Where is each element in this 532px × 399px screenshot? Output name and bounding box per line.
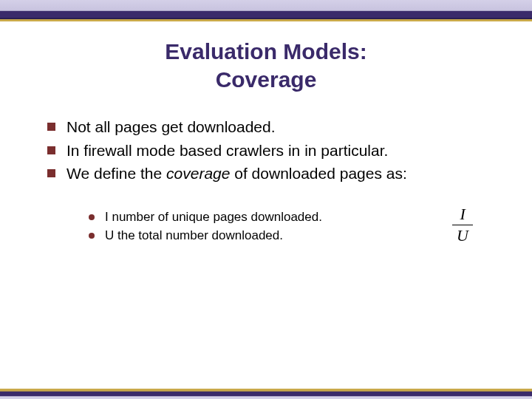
sub-block: I number of unique pages downloaded. U t… [89,208,502,245]
bullet-text: Not all pages get downloaded. [66,118,276,135]
square-bullet-icon [47,146,55,154]
fraction-denominator: U [452,227,473,245]
gold-accent-line [0,19,532,21]
list-item: U the total number downloaded. [89,226,502,245]
dot-bullet-icon [89,233,95,239]
slide-title: Evaluation Models: Coverage [0,38,532,93]
top-decor-bar [0,0,532,19]
list-item: In firewall mode based crawlers in in pa… [47,139,502,163]
bullet-text-em: coverage [166,165,230,182]
fraction-numerator: I [452,205,473,223]
coverage-fraction: I U [452,205,473,245]
sub-bullet-text: I number of unique pages downloaded. [105,210,322,224]
dot-bullet-icon [89,214,95,220]
main-bullet-list: Not all pages get downloaded. In firewal… [47,115,502,185]
bullet-text-pre: We define the [66,165,166,182]
title-line-2: Coverage [0,66,532,94]
bullet-text-post: of downloaded pages as: [230,165,406,182]
sub-bullet-text: U the total number downloaded. [105,228,283,242]
square-bullet-icon [47,123,55,131]
fraction-bar [452,225,473,225]
list-item: Not all pages get downloaded. [47,115,502,139]
bottom-decor-bar [0,389,532,399]
title-line-1: Evaluation Models: [0,38,532,66]
sub-bullet-list: I number of unique pages downloaded. U t… [89,208,502,245]
list-item: I number of unique pages downloaded. [89,208,502,227]
bullet-text: In firewall mode based crawlers in in pa… [66,142,388,159]
square-bullet-icon [47,169,55,177]
list-item: We define the coverage of downloaded pag… [47,162,502,185]
